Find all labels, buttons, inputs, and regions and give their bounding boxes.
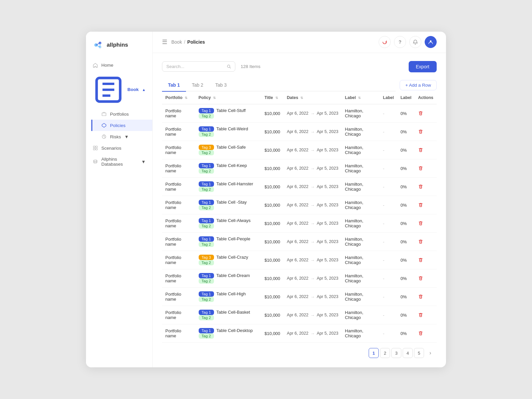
delete-button[interactable] <box>418 202 423 208</box>
cell-policy: Tag 1 Table Cell-Always Tag 2 <box>195 214 261 233</box>
svg-rect-12 <box>93 146 95 148</box>
tag2: Tag 2 <box>199 260 214 265</box>
menu-icon[interactable]: ☰ <box>162 38 167 46</box>
date-from: Apr 6, 2022 <box>287 313 309 317</box>
breadcrumb-separator: / <box>184 39 185 45</box>
date-from: Apr 6, 2022 <box>287 184 309 189</box>
cell-actions <box>415 104 437 123</box>
cell-label1: Hamilton, Chicago <box>342 104 380 123</box>
notification-button[interactable] <box>409 36 421 48</box>
cell-actions <box>415 214 437 233</box>
sort-label1-icon[interactable]: ⇅ <box>358 96 361 100</box>
page-btn-4[interactable]: 4 <box>403 348 413 358</box>
search-input[interactable] <box>166 64 224 69</box>
date-to: Apr 5, 2023 <box>317 203 338 207</box>
sidebar-item-risks[interactable]: Risks ▼ <box>91 131 152 142</box>
cell-title: $10,000 <box>261 269 284 288</box>
table-row: Portfolio name Tag 3 Table Cell-Safe Tag… <box>162 141 437 159</box>
breadcrumb-parent[interactable]: Book <box>171 39 182 45</box>
cell-label3: 0% <box>397 104 415 123</box>
cell-policy: Tag 3 Table Cell-Safe Tag 2 <box>195 141 261 159</box>
tag2: Tag 2 <box>199 132 214 137</box>
search-box[interactable] <box>162 61 235 72</box>
page-btn-1[interactable]: 1 <box>369 348 379 358</box>
tag2: Tag 2 <box>199 168 214 174</box>
delete-button[interactable] <box>418 221 423 226</box>
delete-button[interactable] <box>418 129 423 134</box>
cell-policy: Tag 1 Table Cell-High Tag 2 <box>195 288 261 306</box>
add-row-button[interactable]: + Add a Row <box>400 80 437 90</box>
delete-button[interactable] <box>418 111 423 116</box>
delete-button[interactable] <box>418 147 423 153</box>
pagination-next-button[interactable]: › <box>425 348 435 358</box>
tab-2[interactable]: Tab 2 <box>186 79 209 92</box>
table-row: Portfolio name Tag 1 Table Cell-Desktop … <box>162 324 437 343</box>
cell-title: $10,000 <box>261 306 284 324</box>
cell-portfolio: Portfolio name <box>162 196 195 214</box>
topbar-right: ? <box>379 36 437 48</box>
sort-title-icon[interactable]: ⇅ <box>275 96 278 100</box>
search-icon <box>227 64 231 69</box>
delete-button[interactable] <box>418 184 423 189</box>
tag2: Tag 2 <box>199 113 214 119</box>
page-btn-2[interactable]: 2 <box>380 348 390 358</box>
cell-title: $10,000 <box>261 288 284 306</box>
cell-label1: Hamilton, Chicago <box>342 306 380 324</box>
cell-title: $10,000 <box>261 104 284 123</box>
cell-label2: - <box>380 141 397 159</box>
page-btn-3[interactable]: 3 <box>391 348 401 358</box>
sidebar-item-home[interactable]: Home <box>86 60 152 71</box>
user-avatar-button[interactable] <box>425 36 437 48</box>
delete-button[interactable] <box>418 312 423 318</box>
sidebar-item-portfolios[interactable]: Portfolios <box>91 108 152 120</box>
cell-title: $10,000 <box>261 159 284 178</box>
delete-button[interactable] <box>418 257 423 263</box>
cell-portfolio: Portfolio name <box>162 123 195 141</box>
delete-button[interactable] <box>418 276 423 281</box>
export-button[interactable]: Export <box>409 61 437 72</box>
sidebar-item-policies[interactable]: Policies <box>91 120 152 131</box>
refresh-button[interactable] <box>379 36 391 48</box>
cell-label1: Hamilton, Chicago <box>342 214 380 233</box>
cell-portfolio: Portfolio name <box>162 306 195 324</box>
cell-label3: 0% <box>397 233 415 251</box>
cell-label2: - <box>380 251 397 269</box>
sort-policy-icon[interactable]: ⇅ <box>213 96 216 100</box>
arrow-icon: → <box>310 294 315 299</box>
sidebar-risks-label: Risks <box>110 134 121 139</box>
arrow-icon: → <box>310 239 315 244</box>
page-btn-5[interactable]: 5 <box>414 348 424 358</box>
cell-title: $10,000 <box>261 233 284 251</box>
trash-icon <box>418 166 423 171</box>
cell-title: $10,000 <box>261 251 284 269</box>
cell-portfolio: Portfolio name <box>162 104 195 123</box>
topbar: ☰ Book / Policies ? <box>153 32 446 53</box>
delete-button[interactable] <box>418 294 423 299</box>
tab-3[interactable]: Tab 3 <box>209 79 233 92</box>
sidebar-book-submenu: Portfolios Policies Risks ▼ <box>86 108 152 142</box>
trash-icon <box>418 147 423 153</box>
sidebar-item-book[interactable]: Book ▲ <box>86 71 152 108</box>
cell-portfolio: Portfolio name <box>162 288 195 306</box>
sidebar-item-scenarios[interactable]: Scenarios <box>86 142 152 154</box>
sort-dates-icon[interactable]: ⇅ <box>300 96 303 100</box>
cell-portfolio: Portfolio name <box>162 159 195 178</box>
tag1: Tag 1 <box>199 273 214 278</box>
col-label1: Label ⇅ <box>342 91 380 104</box>
sort-portfolio-icon[interactable]: ⇅ <box>185 96 187 100</box>
delete-button[interactable] <box>418 331 423 336</box>
help-button[interactable]: ? <box>394 36 406 48</box>
cell-dates: Apr 6, 2022 → Apr 5, 2023 <box>284 324 342 343</box>
cell-label1: Hamilton, Chicago <box>342 196 380 214</box>
cell-dates: Apr 6, 2022 → Apr 5, 2023 <box>284 178 342 196</box>
tab-1[interactable]: Tab 1 <box>162 79 186 92</box>
cell-policy: Tag 1 Table Cell-Desktop Tag 2 <box>195 324 261 343</box>
delete-button[interactable] <box>418 239 423 244</box>
sidebar-item-allphins-db[interactable]: Allphins Databases ▼ <box>86 154 152 170</box>
cell-policy: Tag 1 Table Cell-Weird Tag 2 <box>195 123 261 141</box>
svg-line-19 <box>229 67 230 68</box>
cell-label3: 0% <box>397 123 415 141</box>
col-dates: Dates ⇅ <box>284 91 342 104</box>
tag2: Tag 2 <box>199 278 214 284</box>
delete-button[interactable] <box>418 166 423 171</box>
